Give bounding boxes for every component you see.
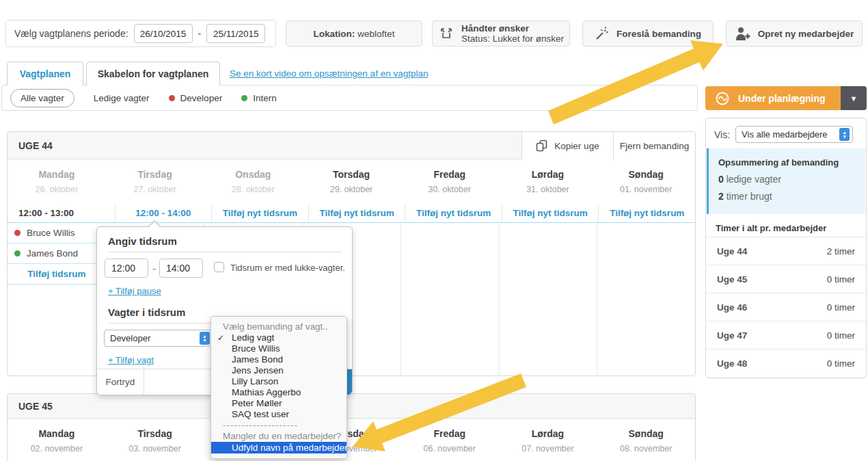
day-date: 28. oktober	[232, 185, 275, 194]
caret-down-icon: ▼	[850, 94, 858, 103]
select-stepper-icon: ▲▼	[200, 332, 210, 345]
suggest-staffing-button[interactable]: Foreslå bemanding	[582, 21, 714, 47]
timeslot-monday[interactable]: 12:00 - 13:00	[8, 204, 115, 222]
day-name: Søndag	[629, 428, 664, 439]
dropdown-option-saq-test-user[interactable]: SAQ test user	[211, 409, 347, 420]
employee-filter-value: Vis alle medarbejdere	[742, 129, 828, 140]
timeslot-tuesday-selected[interactable]: 12:00 - 14:00	[115, 204, 212, 222]
shift-group-value: Developer	[110, 333, 150, 343]
summary-title: Opsummering af bemanding	[718, 157, 865, 168]
status-dropdown-button[interactable]: ▼	[841, 86, 867, 110]
day-date: 02. november	[31, 444, 83, 453]
dropdown-option-jens-jensen[interactable]: Jens Jensen	[211, 365, 347, 376]
tab-template[interactable]: Skabelon for vagtplanen	[86, 62, 220, 85]
add-timeslot-thursday[interactable]: Tilføj nyt tidsrum	[308, 204, 405, 222]
day-header: Fredag 30. oktober	[401, 159, 499, 204]
day-name: Lørdag	[532, 428, 564, 439]
handle-requests-button[interactable]: Håndter ønsker Status: Lukket for ønsker	[432, 21, 570, 47]
add-timeslot-friday[interactable]: Tilføj nyt tidsrum	[405, 204, 502, 222]
week-label: Uge 46	[717, 302, 747, 313]
day-date: 08. november	[620, 444, 672, 453]
checkmark-icon: ✓	[217, 332, 224, 343]
closing-shift-checkbox[interactable]	[214, 262, 224, 272]
shift-group-select[interactable]: Developer ▲▼	[104, 330, 213, 347]
day-name: Tirsdag	[137, 169, 172, 180]
dropdown-fill-in-employee-name[interactable]: Udfyld navn på medarbejder	[211, 442, 347, 453]
period-to-input[interactable]: 25/11/2015	[206, 24, 265, 43]
create-employee-button[interactable]: Opret ny medarbejder	[726, 21, 863, 47]
add-timeslot-saturday[interactable]: Tilføj nyt tidsrum	[502, 204, 599, 222]
period-label: Vælg vagtplanens periode:	[14, 28, 128, 39]
filter-intern[interactable]: Intern	[241, 93, 277, 103]
filter-open-shifts[interactable]: Ledige vagter	[94, 93, 150, 103]
dropdown-option-bruce-willis[interactable]: Bruce Willis	[211, 343, 347, 354]
dropdown-option-peter-moller[interactable]: Peter Møller	[211, 398, 347, 409]
week-hours: 0 timer	[827, 358, 855, 369]
week-hours-row-48[interactable]: Uge 48 0 timer	[706, 349, 866, 377]
remove-staffing-label: Fjern bemanding	[620, 141, 689, 151]
day-date: 07. november	[521, 444, 573, 453]
add-timeslot-wednesday[interactable]: Tilføj nyt tidsrum	[211, 204, 308, 222]
week-hours-row-47[interactable]: Uge 47 0 timer	[706, 321, 866, 349]
dropdown-option-lilly-larson[interactable]: Lilly Larson	[211, 376, 347, 387]
status-under-planning-button[interactable]: Under planlægning	[705, 86, 841, 110]
grid-line	[597, 223, 597, 375]
week-44-day-header-row: Mandag 26. oktober Tirsdag 27. oktober O…	[8, 159, 695, 204]
week-hours-row-45[interactable]: Uge 45 0 timer	[706, 265, 866, 293]
copy-week-button[interactable]: Kopier uge	[521, 132, 613, 159]
week-hours-row-44[interactable]: Uge 44 2 timer	[706, 237, 866, 265]
filter-all-shifts[interactable]: Alle vagter	[10, 89, 74, 107]
day-header: Fredag 06. november	[401, 419, 499, 461]
schedule-planner-page: Vælg vagtplanens periode: 26/10/2015 - 2…	[0, 0, 868, 461]
dropdown-placeholder: Vælg bemanding af vagt..	[211, 321, 347, 332]
create-label: Opret ny medarbejder	[758, 29, 854, 39]
add-user-icon	[735, 27, 751, 41]
day-name: Onsdag	[235, 169, 271, 180]
shift-row-james-bond[interactable]: James Bond	[8, 243, 106, 264]
day-header: Tirsdag 27. oktober	[106, 159, 204, 204]
remove-staffing-button[interactable]: Fjern bemanding	[613, 132, 695, 159]
dropdown-option-open-shift[interactable]: ✓ Ledig vagt	[211, 332, 347, 343]
add-shift-monday-link[interactable]: Tilføj tidsrum	[8, 264, 106, 285]
hours-per-employee-title: Timer i alt pr. medarbejder	[716, 223, 826, 233]
day-name: Tirsdag	[137, 428, 172, 439]
staffing-dropdown-menu: Vælg bemanding af vagt.. ✓ Ledig vagt Br…	[211, 316, 347, 459]
inbox-arrows-icon	[438, 27, 455, 40]
day-date: 30. oktober	[428, 185, 471, 194]
cancel-button[interactable]: Fortryd	[97, 369, 144, 395]
developer-dot-icon	[14, 230, 21, 236]
dropdown-option-label: Ledig vagt	[232, 332, 274, 343]
time-dash: -	[152, 263, 156, 275]
period-from-input[interactable]: 26/10/2015	[134, 24, 193, 43]
video-tutorial-link[interactable]: Se en kort video om opsætningen af en va…	[230, 68, 428, 79]
dropdown-option-james-bond[interactable]: James Bond	[211, 354, 347, 365]
add-timeslot-sunday[interactable]: Tilføj nyt tidsrum	[598, 204, 695, 222]
add-shift-link[interactable]: + Tilføj vagt	[108, 355, 154, 365]
week-hours: 0 timer	[827, 330, 855, 341]
week-44-title: UGE 44	[18, 140, 53, 151]
location-box[interactable]: Lokation: webloftet	[286, 21, 422, 47]
week-hours: 0 timer	[827, 302, 855, 313]
hours-used-count: 2	[718, 191, 724, 202]
time-to-input[interactable]: 14:00	[159, 259, 203, 278]
day-name: Fredag	[433, 428, 465, 439]
intern-dot-icon	[241, 95, 247, 101]
add-break-link[interactable]: + Tilføj pause	[108, 286, 161, 296]
filter-developer[interactable]: Developer	[169, 93, 223, 103]
grid-line	[401, 223, 401, 375]
location-value: webloftet	[357, 29, 394, 39]
day-date: 03. november	[128, 444, 180, 453]
time-from-input[interactable]: 12:00	[105, 259, 148, 278]
day-date: 27. oktober	[133, 185, 176, 194]
vis-label: Vis:	[714, 129, 730, 140]
shift-row-bruce-willis[interactable]: Bruce Willis	[8, 223, 106, 243]
dropdown-option-mathias-aggerbo[interactable]: Mathias Aggerbo	[211, 387, 347, 398]
period-dash: -	[198, 28, 202, 39]
week-45-header: UGE 45	[8, 394, 695, 419]
day-name: Mandag	[38, 169, 74, 180]
tab-schedule[interactable]: Vagtplanen	[7, 62, 83, 85]
period-selector-box: Vælg vagtplanens periode: 26/10/2015 - 2…	[5, 20, 276, 47]
divider	[108, 252, 341, 252]
week-hours-row-46[interactable]: Uge 46 0 timer	[706, 293, 866, 321]
employee-filter-select[interactable]: Vis alle medarbejdere ▲▼	[735, 126, 853, 143]
